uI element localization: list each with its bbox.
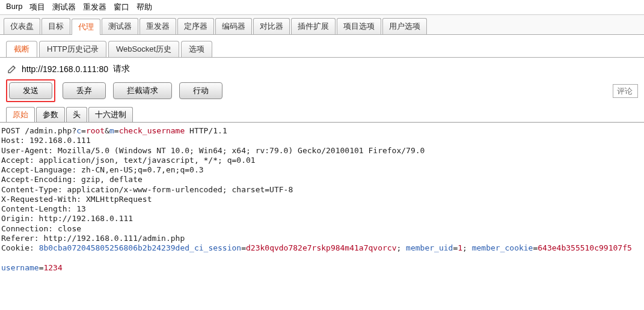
- tab-dashboard[interactable]: 仪表盘: [4, 18, 40, 34]
- action-button[interactable]: 行动: [179, 82, 222, 99]
- hdr-cookie-label: Cookie:: [1, 243, 39, 252]
- menubar: Burp 项目 测试器 重发器 窗口 帮助: [0, 0, 644, 15]
- tab-intruder[interactable]: 测试器: [102, 18, 138, 34]
- hdr-ua: User-Agent: Mozilla/5.0 (Windows NT 10.0…: [1, 146, 425, 155]
- tab-decoder[interactable]: 编码器: [215, 18, 252, 34]
- menu-burp[interactable]: Burp: [6, 2, 22, 13]
- cookie-v3: 643e4b355510c99107f5: [538, 243, 632, 252]
- eq: =: [114, 126, 119, 135]
- request-url: http://192.168.0.111:80: [22, 64, 108, 74]
- menu-window[interactable]: 窗口: [114, 2, 129, 13]
- cookie-k1: 8b0cba072045805256806b2b24239ded_ci_sess…: [39, 243, 242, 252]
- viewtab-hex[interactable]: 十六进制: [88, 107, 133, 122]
- hdr-clen: Content-Length: 13: [1, 204, 86, 213]
- subtab-options[interactable]: 选项: [181, 41, 212, 57]
- req-val-root: root: [86, 126, 105, 135]
- menu-help[interactable]: 帮助: [136, 2, 152, 13]
- req-val-check: check_username: [119, 126, 185, 135]
- hdr-host: Host: 192.168.0.111: [1, 136, 91, 145]
- cookie-k3: member_cookie: [472, 243, 533, 252]
- proxy-subtab-row: 截断 HTTP历史记录 WebSocket历史 选项: [0, 35, 644, 57]
- tab-repeater[interactable]: 重发器: [140, 18, 176, 34]
- cookie-k2: member_uid: [406, 243, 453, 252]
- menu-project[interactable]: 项目: [29, 2, 45, 13]
- req-line1-post: HTTP/1.1: [185, 126, 227, 135]
- viewtab-params[interactable]: 参数: [36, 107, 65, 122]
- view-tab-row: 原始 参数 头 十六进制: [0, 107, 644, 123]
- hdr-xreq: X-Requested-With: XMLHttpRequest: [1, 195, 152, 204]
- sep: ;: [396, 243, 406, 252]
- viewtab-headers[interactable]: 头: [66, 107, 87, 122]
- tab-extender[interactable]: 插件扩展: [291, 18, 336, 34]
- edit-icon[interactable]: [7, 64, 17, 74]
- tab-user-options[interactable]: 用户选项: [382, 18, 427, 34]
- tab-proxy[interactable]: 代理: [72, 19, 100, 35]
- intercept-toggle-button[interactable]: 拦截请求: [113, 82, 172, 99]
- main-tab-row: 仪表盘 目标 代理 测试器 重发器 定序器 编码器 对比器 插件扩展 项目选项 …: [0, 15, 644, 35]
- menu-intruder[interactable]: 测试器: [52, 2, 76, 13]
- hdr-accept-enc: Accept-Encoding: gzip, deflate: [1, 175, 143, 184]
- req-param-c: c: [76, 126, 81, 135]
- subtab-ws-history[interactable]: WebSocket历史: [108, 41, 179, 57]
- hdr-accept: Accept: application/json, text/javascrip…: [1, 156, 256, 165]
- eq: =: [241, 243, 246, 252]
- menu-repeater[interactable]: 重发器: [83, 2, 106, 13]
- comment-input[interactable]: [613, 84, 638, 98]
- request-label: 请求: [113, 64, 130, 74]
- amp: &: [105, 126, 109, 135]
- req-param-m: m: [109, 126, 114, 135]
- tab-target[interactable]: 目标: [41, 18, 70, 34]
- eq: =: [81, 126, 86, 135]
- body-key: username: [1, 263, 39, 272]
- body-val: 1234: [43, 263, 62, 272]
- hdr-conn: Connection: close: [1, 224, 81, 233]
- tab-project-options[interactable]: 项目选项: [337, 18, 381, 34]
- hdr-referer: Referer: http://192.168.0.111/admin.php: [1, 234, 185, 243]
- button-row: 发送 丢弃 拦截请求 行动: [0, 78, 644, 107]
- forward-button[interactable]: 发送: [9, 82, 52, 99]
- tab-comparer[interactable]: 对比器: [253, 18, 290, 34]
- hdr-ctype: Content-Type: application/x-www-form-url…: [1, 185, 293, 194]
- forward-highlight: 发送: [6, 79, 55, 102]
- drop-button[interactable]: 丢弃: [63, 82, 106, 99]
- raw-request-editor[interactable]: POST /admin.php?c=root&m=check_username …: [0, 123, 644, 276]
- req-line1-pre: POST /admin.php?: [1, 126, 76, 135]
- request-info-line: http://192.168.0.111:80 请求: [0, 58, 644, 78]
- hdr-accept-lang: Accept-Language: zh-CN,en-US;q=0.7,en;q=…: [1, 165, 204, 174]
- cookie-v1: d23k0qvdo782e7rskp984m41a7qvorcv: [246, 243, 396, 252]
- subtab-intercept[interactable]: 截断: [6, 41, 37, 57]
- viewtab-raw[interactable]: 原始: [6, 107, 35, 122]
- hdr-origin: Origin: http://192.168.0.111: [1, 214, 133, 223]
- cookie-v2: 1: [458, 243, 462, 252]
- sep: ;: [462, 243, 472, 252]
- subtab-http-history[interactable]: HTTP历史记录: [39, 41, 106, 57]
- tab-sequencer[interactable]: 定序器: [177, 18, 214, 34]
